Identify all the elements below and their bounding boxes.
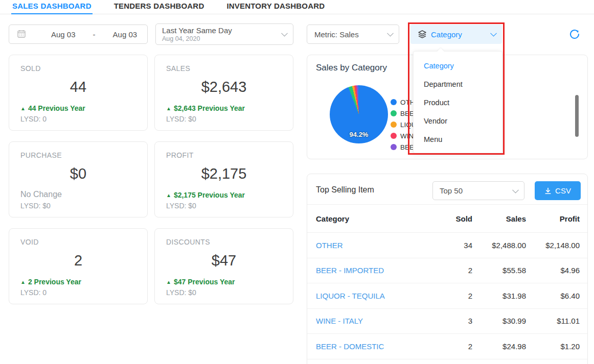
kpi-lysd: LYSD: 0: [20, 288, 136, 297]
profit-cell: $2,148.00: [526, 241, 580, 250]
category-link[interactable]: WINE - ITALY: [316, 317, 431, 325]
legend-swatch: [391, 133, 397, 139]
sales-dashboard-page: SALES DASHBOARD TENDERS DASHBOARD INVENT…: [0, 0, 594, 364]
csv-export-button[interactable]: CSV: [535, 181, 581, 200]
arrow-up-icon: ▲: [166, 279, 171, 285]
arrow-up-icon: ▲: [166, 106, 171, 111]
menu-item-menu[interactable]: Menu: [414, 130, 502, 149]
kpi-value: $2,175: [166, 165, 282, 182]
sold-cell: 2: [431, 266, 472, 275]
scrollbar-thumb[interactable]: [575, 95, 579, 137]
download-icon: [544, 187, 552, 195]
tab-sales-dashboard[interactable]: SALES DASHBOARD: [11, 0, 93, 14]
menu-item-product[interactable]: Product: [414, 93, 502, 112]
kpi-value: $47: [166, 252, 282, 269]
kpi-lysd: LYSD: $0: [166, 288, 282, 297]
date-end[interactable]: Aug 03: [113, 30, 138, 39]
menu-item-vendor[interactable]: Vendor: [414, 112, 502, 130]
compare-period-subtitle: Aug 04, 2020: [162, 35, 287, 43]
chevron-down-icon: [512, 186, 519, 193]
top-selling-title: Top Selling Item: [316, 185, 374, 195]
refresh-button[interactable]: [568, 28, 581, 41]
kpi-label: PROFIT: [166, 151, 282, 159]
kpi-lysd: LYSD: $0: [166, 202, 282, 210]
category-link[interactable]: OTHER: [316, 241, 431, 250]
kpi-lysd: LYSD: 0: [20, 115, 136, 123]
menu-item-category[interactable]: Category: [414, 57, 502, 75]
kpi-value: 44: [20, 79, 136, 95]
kpi-lysd: LYSD: $0: [20, 202, 136, 210]
legend-swatch: [391, 144, 397, 150]
kpi-label: SALES: [166, 64, 282, 72]
sales-cell: $31.98: [472, 292, 526, 300]
chevron-down-icon: [490, 30, 497, 37]
tab-tenders-dashboard[interactable]: TENDERS DASHBOARD: [113, 0, 205, 14]
tab-inventory-dashboard[interactable]: INVENTORY DASHBOARD: [225, 0, 326, 14]
limit-select-value: Top 50: [440, 186, 463, 195]
sold-cell: 2: [431, 292, 472, 300]
table-row: BEER - DOMESTIC 2 $24.98 $1.20: [307, 334, 587, 359]
kpi-lysd: LYSD: $0: [166, 115, 282, 123]
profit-cell: $4.96: [526, 266, 580, 275]
compare-period-select[interactable]: Last Year Same Day Aug 04, 2020: [155, 23, 293, 45]
sold-cell: 3: [431, 317, 472, 325]
sales-cell: $30.99: [472, 317, 526, 325]
metric-select-value: Metric: Sales: [314, 30, 359, 39]
sales-cell: $24.98: [472, 342, 526, 351]
legend-swatch: [391, 99, 397, 105]
chevron-down-icon: [387, 30, 394, 37]
group-by-select[interactable]: Category: [410, 25, 502, 44]
compare-period-value: Last Year Same Day: [162, 26, 287, 35]
date-separator: -: [93, 30, 96, 39]
sold-cell: 2: [431, 342, 472, 351]
kpi-card-purchase: PURCHASE $0 No Change LYSD: $0: [9, 141, 148, 217]
chart-title: Sales by Category: [316, 63, 387, 73]
column-header-sold: Sold: [431, 214, 472, 223]
table-row: WINE - ITALY 3 $30.99 $11.01: [307, 309, 587, 334]
metric-select[interactable]: Metric: Sales: [307, 25, 399, 44]
kpi-label: DISCOUNTS: [166, 238, 282, 246]
legend-swatch: [391, 122, 397, 128]
column-header-profit: Profit: [526, 214, 580, 223]
kpi-card-profit: PROFIT $2,175 ▲$2,175 Previous Year LYSD…: [154, 141, 293, 217]
kpi-change: No Change: [20, 190, 136, 199]
date-start[interactable]: Aug 03: [51, 30, 76, 39]
sales-cell: $55.58: [472, 266, 526, 275]
limit-select[interactable]: Top 50: [432, 181, 524, 200]
kpi-card-sold: SOLD 44 ▲44 Previous Year LYSD: 0: [9, 55, 148, 131]
kpi-change: ▲$2,643 Previous Year: [166, 104, 282, 112]
date-range-picker[interactable]: Aug 03 - Aug 03: [9, 25, 148, 44]
column-header-category: Category: [316, 214, 431, 223]
category-link[interactable]: BEER - IMPORTED: [316, 266, 431, 275]
group-by-dropdown-menu: Category Department Product Vendor Menu: [413, 51, 502, 153]
kpi-change: ▲44 Previous Year: [20, 104, 136, 112]
arrow-up-icon: ▲: [20, 279, 26, 285]
profit-cell: $11.01: [526, 317, 580, 325]
menu-item-department[interactable]: Department: [414, 75, 502, 93]
profit-cell: $6.40: [526, 292, 580, 300]
calendar-icon: [17, 30, 26, 39]
group-by-value: Category: [431, 30, 462, 39]
table-header-row: Category Sold Sales Profit: [307, 205, 587, 233]
kpi-value: $2,643: [166, 79, 282, 95]
kpi-card-sales: SALES $2,643 ▲$2,643 Previous Year LYSD:…: [154, 55, 293, 131]
category-link[interactable]: LIQUOR - TEQUILA: [316, 292, 431, 300]
kpi-label: PURCHASE: [20, 151, 136, 159]
category-link[interactable]: BEER - DOMESTIC: [316, 342, 431, 351]
kpi-value: $0: [20, 165, 136, 182]
profit-cell: $1.20: [526, 342, 580, 351]
kpi-change: ▲2 Previous Year: [20, 278, 136, 286]
kpi-card-void: VOID 2 ▲2 Previous Year LYSD: 0: [9, 228, 148, 304]
arrow-up-icon: ▲: [166, 192, 171, 198]
top-selling-header: Top Selling Item Top 50 CSV: [307, 174, 587, 205]
kpi-change: ▲$2,175 Previous Year: [166, 191, 282, 199]
layers-icon: [418, 30, 427, 39]
kpi-label: VOID: [20, 238, 136, 246]
kpi-value: 2: [20, 252, 136, 269]
sold-cell: 34: [431, 241, 472, 250]
arrow-up-icon: ▲: [20, 106, 26, 111]
table-row: BEER - IMPORTED 2 $55.58 $4.96: [307, 258, 587, 284]
kpi-card-discounts: DISCOUNTS $47 ▲$47 Previous Year LYSD: $…: [154, 228, 293, 304]
dashboard-tabbar: SALES DASHBOARD TENDERS DASHBOARD INVENT…: [0, 0, 594, 14]
table-row: OTHER 34 $2,488.00 $2,148.00: [307, 233, 587, 258]
